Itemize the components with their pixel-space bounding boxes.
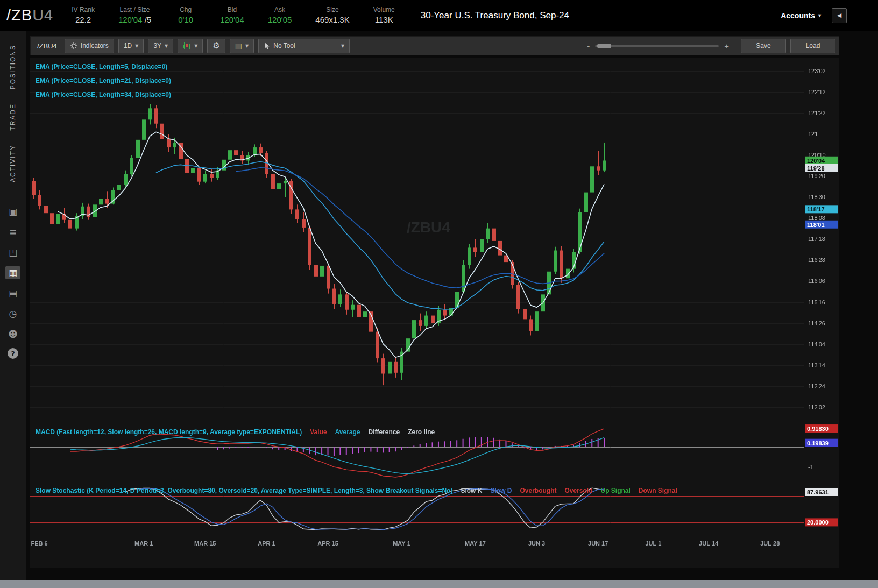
sidebar-tab-activity[interactable]: ACTIVITY [9,145,17,182]
zoom-out-button[interactable]: - [587,41,590,51]
indicators-button[interactable]: Indicators [65,39,114,53]
collapse-left-icon: ◀ [837,12,841,19]
sidebar-tab-trade[interactable]: TRADE [9,103,17,131]
stoch-legend-oversold: Oversold [564,487,592,494]
quote-fields: IV Rank 22.2 Last / Size 120'04 /5 Chg 0… [72,5,395,25]
stoch-legend-slowd: Slow D [490,487,512,494]
range-dropdown[interactable]: 3Y ▼ [148,39,173,53]
list-icon[interactable]: ≡ [5,225,20,238]
save-button[interactable]: Save [741,39,786,53]
grid-chart-icon[interactable]: ▦ [5,266,20,279]
left-sidebar: POSITIONS TRADE ACTIVITY ▣ ≡ ◳ ▦ ▤ ◷ ☻ ? [0,31,26,580]
stoch-legend-upsignal: Up Signal [601,487,631,494]
symbol-root: /ZB [6,6,32,24]
dashboard-icon[interactable]: ▤ [5,287,20,300]
macd-legend-difference: Difference [368,428,400,436]
chevron-down-icon: ▼ [135,44,138,48]
grid-icon: ▦ [235,41,242,50]
ema-study-labels: EMA (Price=CLOSE, Length=5, Displace=0) … [36,62,171,104]
zoom-control: - + [587,41,729,51]
chart-settings-button[interactable]: ⚙ [207,39,225,53]
macd-legend-average: Average [335,428,360,436]
time-axis-canvas[interactable] [30,536,839,555]
quote-header: /ZBU4 IV Rank 22.2 Last / Size 120'04 /5… [0,0,878,31]
ema34-study-label[interactable]: EMA (Price=CLOSE, Length=34, Displace=0) [36,90,171,100]
zoom-slider-handle[interactable] [597,44,611,48]
chart-monitor-icon[interactable]: ▣ [5,205,20,218]
ema21-study-label[interactable]: EMA (Price=CLOSE, Length=21, Displace=0) [36,76,171,86]
stoch-study-label[interactable]: Slow Stochastic (K Period=14, D Period=3… [36,487,452,494]
sidebar-tab-positions[interactable]: POSITIONS [9,45,17,89]
stoch-study-label-row: Slow Stochastic (K Period=14, D Period=3… [36,487,677,494]
chevron-down-icon: ▼ [194,44,197,48]
quote-field-bid: Bid 120'04 [220,5,244,25]
instrument-name: 30-Year U.S. Treasury Bond, Sep-24 [421,10,569,21]
quote-field-last-size: Last / Size 120'04 /5 [118,5,151,25]
quote-field-iv-rank: IV Rank 22.2 [72,5,95,25]
symbol-suffix: U4 [32,6,53,24]
drawing-board-icon[interactable]: ◳ [5,246,20,259]
chevron-down-icon: ▾ [818,12,821,18]
symbol-label: /ZBU4 [6,6,53,24]
chart-panel: EMA (Price=CLOSE, Length=5, Displace=0) … [30,58,839,568]
timeframe-dropdown[interactable]: 1D ▼ [118,39,144,53]
share-people-icon[interactable]: ☻ [5,328,20,341]
chevron-down-icon: ▼ [165,44,168,48]
chevron-down-icon: ▼ [341,44,344,48]
indicators-icon [70,42,77,49]
cursor-icon [264,42,270,49]
candlestick-icon [183,42,191,49]
load-button[interactable]: Load [790,39,835,53]
stoch-legend-downsignal: Down Signal [639,487,677,494]
macd-study-label-row: MACD (Fast length=12, Slow length=26, MA… [36,428,435,436]
chart-workspace: /ZBU4 Indicators 1D ▼ 3Y ▼ [26,31,878,580]
ema5-study-label[interactable]: EMA (Price=CLOSE, Length=5, Displace=0) [36,62,171,72]
zoom-in-button[interactable]: + [724,41,729,51]
stoch-legend-slowk: Slow K [461,487,482,494]
history-clock-icon[interactable]: ◷ [5,307,20,320]
chevron-down-icon: ▼ [245,44,249,48]
toolbar-symbol-label: /ZBU4 [37,42,57,50]
stoch-legend-overbought: Overbought [520,487,556,494]
chart-type-dropdown[interactable]: ▼ [178,39,203,53]
collapse-panel-button[interactable]: ◀ [832,8,847,23]
window-bottom-bar [0,580,878,588]
quote-field-chg: Chg 0'10 [175,5,196,25]
help-icon[interactable]: ? [8,348,18,359]
main-chart-canvas[interactable] [30,58,839,423]
quote-field-volume: Volume 113K [373,5,395,25]
gear-icon: ⚙ [213,41,220,51]
macd-legend-value: Value [310,428,327,436]
drawing-tool-dropdown[interactable]: No Tool ▼ [258,39,350,53]
quote-field-ask: Ask 120'05 [268,5,292,25]
macd-legend-zeroline: Zero line [408,428,435,436]
accounts-menu[interactable]: Accounts ▾ [781,11,821,20]
chart-toolbar: /ZBU4 Indicators 1D ▼ 3Y ▼ [30,36,839,55]
quote-field-size: Size 469x1.3K [315,5,349,25]
app-window: /ZBU4 IV Rank 22.2 Last / Size 120'04 /5… [0,0,878,588]
grid-style-dropdown[interactable]: ▦ ▼ [230,39,254,53]
macd-study-label[interactable]: MACD (Fast length=12, Slow length=26, MA… [36,428,302,436]
zoom-slider[interactable] [595,45,719,47]
